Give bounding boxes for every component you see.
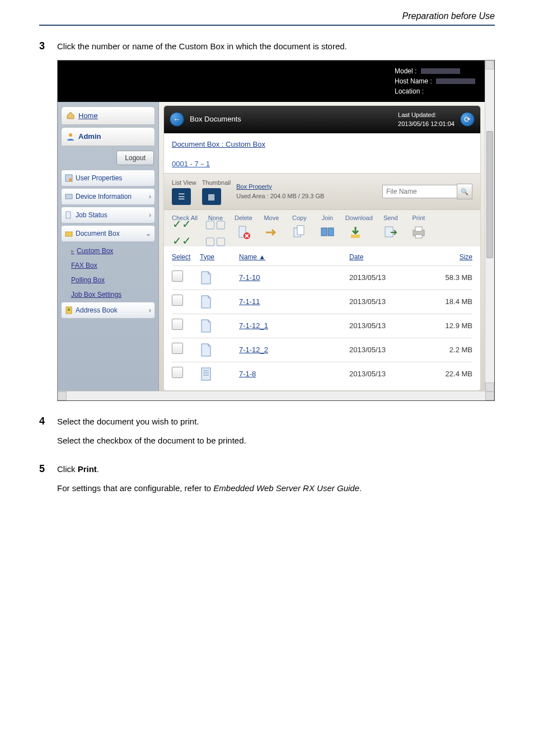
list-view-button[interactable]: ☰ (172, 188, 191, 205)
sidebar-sub-job-box-settings[interactable]: Job Box Settings (61, 287, 155, 302)
svg-rect-12 (328, 228, 334, 236)
sidebar-item-job-status[interactable]: Job Status › (61, 207, 155, 223)
step-5-text-a: Click Print. (57, 463, 495, 476)
svg-rect-5 (65, 232, 72, 236)
row-checkbox[interactable] (172, 295, 183, 306)
select-header[interactable]: Select (172, 253, 190, 261)
box-property-link[interactable]: Box Property (236, 183, 272, 190)
user-properties-icon (65, 174, 73, 182)
file-date: 2013/05/13 (349, 344, 422, 356)
download-label: Download (345, 213, 373, 223)
document-box-icon (65, 230, 73, 237)
vertical-scrollbar[interactable] (485, 60, 494, 391)
home-tab[interactable]: Home (61, 106, 155, 125)
file-name-link[interactable]: 7-1-10 (239, 273, 260, 282)
join-label: Join (317, 213, 338, 223)
thumbnail-button[interactable]: ▦ (202, 188, 221, 205)
file-type-icon (200, 295, 239, 309)
row-checkbox[interactable] (172, 367, 183, 378)
print-label: Print (409, 213, 429, 223)
step-3-number: 3 (39, 40, 47, 407)
search-button[interactable]: 🔍 (457, 184, 472, 199)
chevron-right-icon: › (149, 192, 151, 202)
chevron-down-icon: ⌄ (146, 228, 151, 239)
svg-point-7 (68, 309, 70, 311)
svg-rect-16 (415, 227, 422, 231)
thumbnail-label: Thumbnail (202, 178, 231, 188)
file-type-icon (200, 343, 239, 357)
delete-label: Delete (233, 213, 254, 223)
header-divider (39, 25, 495, 26)
move-label: Move (261, 213, 282, 223)
none-button[interactable]: ▢▢▢▢ (205, 224, 226, 241)
send-button[interactable] (381, 224, 401, 241)
file-date: 2013/05/13 (349, 320, 422, 332)
file-size: 2.2 MB (422, 344, 472, 356)
search-icon: 🔍 (461, 187, 469, 197)
join-button[interactable] (317, 224, 338, 241)
date-header[interactable]: Date (349, 253, 363, 261)
name-header[interactable]: Name ▲ (239, 253, 265, 261)
admin-icon (66, 132, 75, 141)
svg-rect-4 (66, 212, 71, 218)
page-header-title: Preparation before Use (39, 11, 495, 21)
last-updated-label: Last Updated: (398, 110, 455, 120)
check-all-button[interactable]: ✓✓✓✓ (172, 224, 192, 241)
move-button[interactable] (261, 224, 282, 241)
type-header[interactable]: Type (200, 253, 214, 261)
file-name-link[interactable]: 7-1-11 (239, 297, 260, 306)
box-number-link[interactable]: 0001 - 7－1 (172, 160, 210, 168)
row-checkbox[interactable] (172, 270, 183, 282)
file-name-link[interactable]: 7-1-12_1 (239, 321, 268, 330)
sidebar-item-label: Device Information (76, 192, 132, 202)
back-button[interactable]: ← (170, 112, 184, 127)
hostname-label: Host Name : (395, 77, 432, 85)
file-size: 58.3 MB (422, 272, 472, 283)
panel-title: Box Documents (190, 114, 241, 125)
delete-button[interactable] (233, 224, 254, 241)
size-header[interactable]: Size (460, 253, 472, 261)
sidebar-item-address-book[interactable]: Address Book › (61, 302, 155, 319)
sidebar-sub-polling-box[interactable]: Polling Box (61, 273, 155, 287)
sidebar-sub-custom-box[interactable]: ▸Custom Box (61, 244, 155, 258)
address-book-icon (65, 306, 73, 314)
list-view-label: List View (172, 178, 196, 188)
step-4-number: 4 (39, 416, 47, 454)
svg-point-2 (69, 178, 72, 181)
table-row: 7-1-102013/05/1358.3 MB (172, 265, 472, 290)
row-checkbox[interactable] (172, 343, 183, 354)
horizontal-scrollbar[interactable] (58, 391, 494, 400)
sidebar-item-label: Document Box (76, 228, 120, 239)
file-name-link[interactable]: 7-1-8 (239, 370, 256, 378)
copy-button[interactable] (289, 224, 310, 241)
file-date: 2013/05/13 (349, 368, 422, 380)
table-row: 7-1-82013/05/1322.4 MB (172, 362, 472, 386)
model-value-blurred (421, 68, 460, 74)
print-button[interactable] (409, 224, 429, 241)
chevron-right-icon: › (149, 305, 151, 315)
home-icon (66, 111, 75, 120)
table-row: 7-1-12_22013/05/132.2 MB (172, 338, 472, 362)
svg-rect-10 (297, 226, 304, 235)
table-row: 7-1-112013/05/1318.4 MB (172, 290, 472, 314)
file-size: 12.9 MB (422, 320, 472, 332)
admin-tab[interactable]: Admin (61, 127, 155, 146)
sidebar-item-device-information[interactable]: Device Information › (61, 188, 155, 205)
logout-button[interactable]: Logout (116, 151, 154, 165)
svg-rect-11 (321, 228, 327, 236)
sidebar-item-document-box[interactable]: Document Box ⌄ (61, 225, 155, 242)
step-4-text-b: Select the checkbox of the document to b… (57, 435, 495, 447)
job-status-icon (65, 211, 73, 219)
sidebar-sub-fax-box[interactable]: FAX Box (61, 258, 155, 273)
home-link[interactable]: Home (78, 110, 98, 122)
breadcrumb-link[interactable]: Document Box : Custom Box (172, 140, 265, 148)
step-5-number: 5 (39, 463, 47, 502)
file-size: 22.4 MB (422, 368, 472, 380)
sidebar-item-user-properties[interactable]: User Properties (61, 170, 155, 186)
refresh-button[interactable]: ⟳ (460, 112, 475, 127)
file-name-link[interactable]: 7-1-12_2 (239, 346, 268, 354)
row-checkbox[interactable] (172, 319, 183, 330)
file-name-search-input[interactable] (382, 185, 457, 198)
screenshot: Model : Host Name : Location : Home (57, 60, 495, 401)
download-button[interactable] (345, 224, 366, 241)
